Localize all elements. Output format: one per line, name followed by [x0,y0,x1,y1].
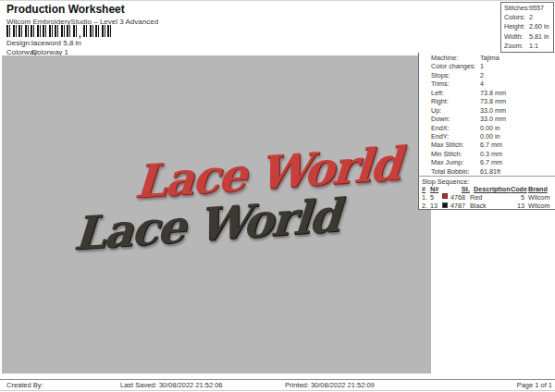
footer-page-number: Page 1 of 1 [517,381,552,389]
footer-printed: Printed: 30/08/2022 21:52:09 [285,381,375,389]
summary-label: Zoom: [504,42,523,50]
machine-label: Machine: [431,54,458,62]
thread-color-cell [442,202,450,210]
thread-color-cell [442,193,450,202]
thread-color-swatch-black [442,202,448,208]
machine-value: 0.00 in [480,132,500,141]
machine-value: 73.8 mm [480,89,506,97]
design-value: laceword 5,8 in [31,39,81,47]
footer-bottom-divider [0,390,555,391]
machine-value: 0.00 in [480,124,500,132]
machine-value: 0.3 mm [480,150,502,158]
machine-value: 6.7 mm [480,141,502,149]
cell-code: 13 [511,202,524,210]
summary-label: Stitches: [504,4,530,12]
machine-label: EndX: [431,124,450,132]
machine-value: 6.7 mm [480,158,502,166]
stop-sequence-divider [419,176,555,177]
machine-label: Up: [431,106,441,115]
thread-color-swatch-red [442,193,448,199]
design-barcode: , [6,25,111,37]
machine-value: Tajima [480,54,500,62]
cell-description: Red [470,193,511,202]
machine-value: 2 [480,71,484,80]
machine-label: Left: [431,89,444,97]
cell-needle: 13 [430,202,442,210]
barcode-segment-1 [6,25,78,37]
footer-divider [0,379,555,380]
stop-sequence-row: 2. 13 4787 Black 13 Wilcom [422,202,554,210]
machine-value: 33.0 mm [480,115,506,123]
machine-label: Color changes: [431,62,475,70]
machine-value: 61.81ft [480,167,500,176]
barcode-comma: , [79,31,81,37]
cell-num: 1. [422,193,430,202]
cell-brand: Wilcom [524,202,550,210]
machine-value: 33.0 mm [480,106,506,115]
summary-value: 2 [529,13,533,21]
summary-value: 9557 [529,4,544,12]
summary-label: Width: [504,32,523,41]
footer-last-saved: Last Saved: 30/08/2022 21:52:06 [120,381,223,389]
machine-label: Trims: [431,80,450,88]
machine-value: 4 [480,80,484,88]
cell-needle: 5 [430,193,442,202]
barcode-segment-2 [83,25,111,37]
cell-code: 5 [511,193,524,202]
summary-value: 1:1 [529,42,538,50]
cell-stitches: 4787 [450,202,470,210]
machine-label: EndY: [431,132,449,141]
machine-value: 73.8 mm [480,97,506,105]
machine-label: Max Stitch: [431,141,464,149]
machine-label: Min Stitch: [431,150,462,158]
machine-label: Max Jump: [431,158,463,166]
machine-label: Down: [431,115,450,123]
production-worksheet-page: Production Worksheet Wilcom EmbroiderySt… [0,0,555,392]
top-divider [0,0,555,1]
machine-label: Right: [431,97,449,105]
summary-label: Height: [504,22,525,31]
cell-brand: Wilcom [524,193,550,202]
summary-row: Width: 5.81 in [501,32,553,42]
stitch-summary-box: Stitches: 9557 Colors: 2 Height: 2.60 in… [500,2,554,53]
machine-label: Total Bobbin: [431,167,470,176]
machine-label: Stops: [431,71,450,80]
summary-label: Colors: [504,13,525,21]
cell-num: 2. [422,202,430,210]
cell-stitches: 4768 [450,193,470,202]
summary-row: Stitches: 9557 [501,4,553,13]
summary-row: Zoom: 1:1 [501,42,553,51]
summary-value: 2.60 in [529,22,549,31]
summary-row: Colors: 2 [501,13,553,22]
machine-value: 1 [480,62,484,70]
footer-created-by: Created By: [6,381,43,389]
page-title: Production Worksheet [6,3,125,16]
summary-row: Height: 2.60 in [501,22,553,31]
design-preview-canvas: Lace World Lace World [2,55,431,374]
summary-value: 5.81 in [529,32,549,41]
embroidery-text-black: Lace World [72,189,340,261]
cell-description: Black [470,202,511,210]
machine-info-panel: Machine:Tajima Color changes:1 Stops:2 T… [418,53,555,210]
machine-detail-rows: Machine:Tajima Color changes:1 Stops:2 T… [419,54,555,176]
stop-sequence-row: 1. 5 4768 Red 5 Wilcom [422,193,554,202]
design-label: Design: [6,39,31,47]
